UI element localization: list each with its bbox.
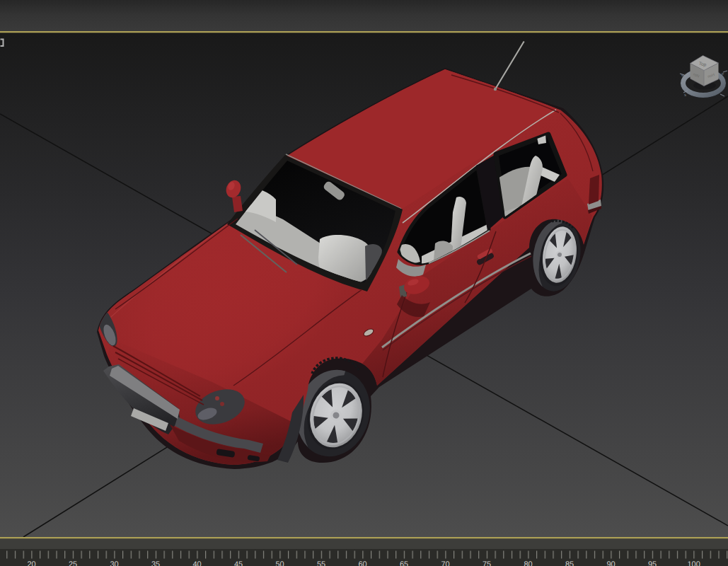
svg-text:100: 100 (687, 560, 700, 566)
svg-text:45: 45 (234, 560, 243, 566)
svg-text:80: 80 (524, 560, 532, 566)
svg-text:85: 85 (565, 560, 574, 566)
svg-text:70: 70 (441, 560, 449, 566)
svg-text:50: 50 (275, 560, 284, 566)
svg-text:s: s (684, 93, 686, 98)
svg-text:55: 55 (317, 560, 325, 566)
svg-text:75: 75 (483, 560, 491, 566)
svg-text:w: w (681, 74, 685, 78)
svg-text:20: 20 (27, 560, 35, 566)
svg-text:60: 60 (358, 560, 366, 566)
svg-text:25: 25 (69, 560, 77, 566)
svg-text:95: 95 (648, 560, 657, 566)
svg-text:35: 35 (151, 560, 160, 566)
svg-text:90: 90 (606, 560, 615, 566)
svg-text:40: 40 (192, 560, 201, 566)
svg-text:30: 30 (110, 560, 118, 566)
svg-text:65: 65 (400, 560, 408, 566)
